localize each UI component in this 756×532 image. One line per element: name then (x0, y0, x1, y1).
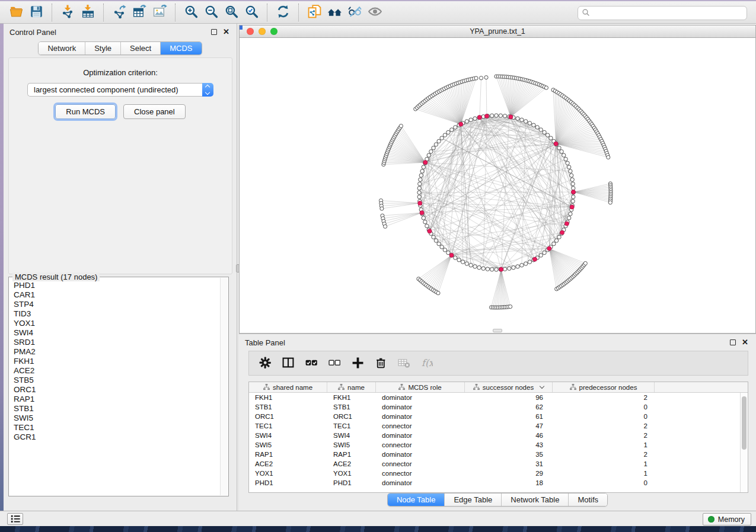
mcds-result-item[interactable]: FKH1 (14, 357, 220, 366)
table-row[interactable]: YOX1YOX1connector291 (249, 469, 748, 478)
table-row[interactable]: SWI5SWI5connector431 (249, 440, 748, 450)
table-scrollbar-thumb[interactable] (742, 396, 747, 450)
import-network-button[interactable] (58, 3, 78, 22)
tab-motifs[interactable]: Motifs (569, 493, 607, 506)
cell-shared-name[interactable]: SWI5 (249, 440, 327, 450)
network-graph-canvas[interactable] (240, 38, 755, 333)
cell-MCDS-role[interactable]: dominator (376, 402, 465, 412)
cell-name[interactable]: SWI4 (327, 431, 376, 440)
close-traffic-light[interactable] (247, 28, 254, 35)
cell-shared-name[interactable]: RAP1 (249, 450, 327, 459)
tab-style[interactable]: Style (85, 42, 121, 55)
column-header-predecessor-nodes[interactable]: predecessor nodes (553, 382, 655, 392)
cell-MCDS-role[interactable]: connector (376, 459, 465, 469)
cell-predecessor-nodes[interactable]: 1 (553, 440, 655, 450)
tab-mcds[interactable]: MCDS (161, 42, 201, 55)
close-panel-icon[interactable]: ✕ (223, 27, 229, 36)
float-window-icon[interactable] (730, 339, 736, 345)
mcds-result-list[interactable]: PHD1CAR1STP4TID3YOX1SWI4SRD1PMA2FKH1ACE2… (9, 279, 220, 495)
mcds-result-item[interactable]: TID3 (14, 309, 220, 319)
task-history-button[interactable] (7, 513, 23, 525)
cell-predecessor-nodes[interactable]: 1 (553, 459, 655, 469)
hide-selected-button[interactable] (344, 3, 365, 22)
zoom-selected-button[interactable] (241, 3, 261, 22)
column-header-MCDS-role[interactable]: MCDS role (376, 382, 465, 392)
table-scrollbar[interactable] (740, 393, 748, 492)
cell-MCDS-role[interactable]: dominator (376, 450, 465, 459)
table-row[interactable]: FKH1FKH1dominator962 (249, 393, 748, 402)
mcds-result-item[interactable]: GCR1 (14, 432, 220, 442)
select-all-button[interactable] (305, 357, 318, 369)
cell-MCDS-role[interactable]: dominator (376, 431, 465, 440)
cell-name[interactable]: SWI5 (327, 440, 376, 450)
cell-successor-nodes[interactable]: 29 (465, 469, 553, 478)
cell-name[interactable]: PHD1 (327, 478, 376, 488)
mcds-result-item[interactable]: STP4 (14, 300, 220, 309)
table-row[interactable]: STB1STB1dominator620 (249, 402, 748, 412)
cell-name[interactable]: TEC1 (327, 421, 376, 431)
cell-predecessor-nodes[interactable]: 2 (553, 431, 655, 440)
cell-name[interactable]: RAP1 (327, 450, 376, 459)
export-network-button[interactable] (109, 3, 129, 22)
mcds-result-item[interactable]: ORC1 (14, 385, 220, 395)
cell-shared-name[interactable]: ORC1 (249, 412, 327, 421)
import-table-button[interactable] (78, 3, 98, 22)
cell-shared-name[interactable]: YOX1 (249, 469, 327, 478)
table-row[interactable]: ORC1ORC1dominator610 (249, 412, 748, 421)
close-panel-button[interactable]: Close panel (123, 104, 186, 119)
cell-shared-name[interactable]: PHD1 (249, 478, 327, 488)
run-mcds-button[interactable]: Run MCDS (55, 104, 116, 119)
cell-MCDS-role[interactable]: connector (376, 469, 465, 478)
export-image-button[interactable] (149, 3, 170, 22)
add-button[interactable] (351, 357, 364, 369)
cell-predecessor-nodes[interactable]: 2 (553, 393, 655, 402)
minimize-traffic-light[interactable] (259, 28, 266, 35)
column-header-name[interactable]: name (327, 382, 376, 392)
mcds-result-item[interactable]: YOX1 (14, 319, 220, 328)
cell-shared-name[interactable]: TEC1 (249, 421, 327, 431)
cell-successor-nodes[interactable]: 43 (465, 440, 553, 450)
cell-successor-nodes[interactable]: 61 (465, 412, 553, 421)
cell-predecessor-nodes[interactable]: 2 (553, 450, 655, 459)
cell-shared-name[interactable]: FKH1 (249, 393, 327, 402)
cell-name[interactable]: STB1 (327, 402, 376, 412)
search-input[interactable] (578, 6, 747, 20)
tab-select[interactable]: Select (121, 42, 161, 55)
mcds-result-item[interactable]: STB1 (14, 404, 220, 414)
tab-edge-table[interactable]: Edge Table (445, 493, 502, 506)
mcds-result-item[interactable]: TEC1 (14, 423, 220, 432)
table-row[interactable]: TEC1TEC1connector472 (249, 421, 748, 431)
zoom-fit-button[interactable] (221, 3, 241, 22)
column-header-shared-name[interactable]: shared name (249, 382, 327, 392)
mcds-result-item[interactable]: ACE2 (14, 366, 220, 376)
cell-successor-nodes[interactable]: 47 (465, 421, 553, 431)
mcds-result-item[interactable]: SWI4 (14, 328, 220, 338)
optimization-criterion-select[interactable]: largest connected component (undirected) (27, 83, 213, 97)
cell-successor-nodes[interactable]: 18 (465, 478, 553, 488)
cell-successor-nodes[interactable]: 31 (465, 459, 553, 469)
table-row[interactable]: PHD1PHD1dominator180 (249, 478, 748, 488)
mcds-result-item[interactable]: SWI5 (14, 414, 220, 423)
cell-predecessor-nodes[interactable]: 0 (553, 478, 655, 488)
zoom-in-button[interactable] (181, 3, 201, 22)
cell-MCDS-role[interactable]: connector (376, 421, 465, 431)
tab-network[interactable]: Network (39, 42, 85, 55)
table-row[interactable]: SWI4SWI4dominator462 (249, 431, 748, 440)
cell-successor-nodes[interactable]: 96 (465, 393, 553, 402)
tab-node-table[interactable]: Node Table (388, 493, 445, 506)
open-session-button[interactable] (6, 3, 26, 22)
splitter-grip[interactable] (493, 329, 502, 332)
cell-name[interactable]: ACE2 (327, 459, 376, 469)
cell-predecessor-nodes[interactable]: 1 (553, 469, 655, 478)
table-row[interactable]: RAP1RAP1dominator352 (249, 450, 748, 459)
zoom-out-button[interactable] (201, 3, 221, 22)
cell-predecessor-nodes[interactable]: 0 (553, 402, 655, 412)
settings-button[interactable] (259, 357, 272, 369)
cell-MCDS-role[interactable]: dominator (376, 393, 465, 402)
mcds-result-scrollbar[interactable] (220, 278, 228, 495)
export-table-button[interactable] (129, 3, 149, 22)
mcds-result-item[interactable]: SRD1 (14, 338, 220, 347)
cell-shared-name[interactable]: ACE2 (249, 459, 327, 469)
maximize-traffic-light[interactable] (270, 28, 277, 35)
close-panel-icon[interactable]: ✕ (742, 338, 748, 347)
